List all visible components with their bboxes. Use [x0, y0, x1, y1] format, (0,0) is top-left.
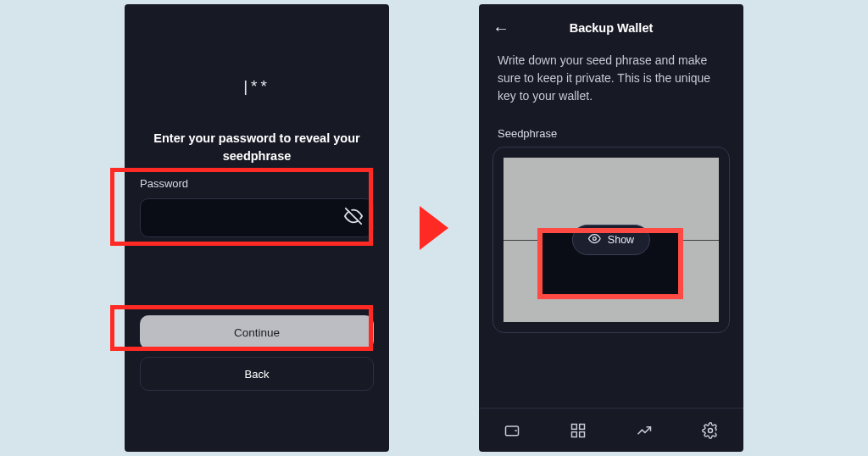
- svg-rect-6: [580, 431, 585, 437]
- back-arrow-icon[interactable]: ←: [492, 19, 509, 38]
- wallet-tab-icon[interactable]: [503, 421, 521, 440]
- show-button[interactable]: Show: [572, 225, 650, 255]
- continue-button[interactable]: Continue: [140, 315, 374, 349]
- seedphrase-frame: Show: [492, 147, 730, 333]
- svg-point-7: [709, 428, 713, 432]
- eye-off-icon[interactable]: [344, 207, 363, 229]
- seedphrase-blurred-area: Show: [504, 158, 719, 322]
- svg-rect-5: [572, 431, 577, 437]
- flow-arrow-icon: [420, 206, 448, 250]
- password-label: Password: [140, 177, 374, 190]
- back-button[interactable]: Back: [140, 357, 374, 391]
- eye-icon: [588, 232, 601, 247]
- backup-wallet-screen: ← Backup Wallet Write down your seed phr…: [479, 4, 743, 452]
- svg-rect-3: [572, 424, 577, 429]
- svg-rect-4: [580, 424, 585, 429]
- password-field-group: Password: [140, 177, 374, 237]
- seedphrase-label: Seedphrase: [479, 105, 743, 147]
- backup-description: Write down your seed phrase and make sur…: [479, 47, 743, 105]
- instruction-text: Enter your password to reveal your seedp…: [125, 130, 389, 165]
- settings-tab-icon[interactable]: [701, 421, 720, 440]
- page-title: Backup Wallet: [570, 21, 654, 35]
- password-input-shell[interactable]: [140, 198, 374, 237]
- grid-tab-icon[interactable]: [569, 421, 587, 440]
- password-input[interactable]: [151, 211, 344, 225]
- bottom-tab-bar: [479, 408, 743, 452]
- show-button-label: Show: [608, 234, 634, 246]
- password-mask-display: |**: [125, 77, 389, 96]
- header-bar: ← Backup Wallet: [479, 9, 743, 47]
- svg-point-1: [593, 237, 596, 241]
- chart-tab-icon[interactable]: [635, 421, 654, 440]
- password-screen: |** Enter your password to reveal your s…: [125, 4, 389, 452]
